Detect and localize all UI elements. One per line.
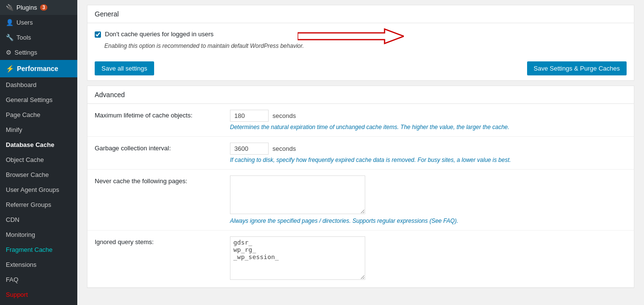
- sidebar-item-support[interactable]: Support: [0, 287, 77, 302]
- save-purge-button[interactable]: Save Settings & Purge Caches: [527, 61, 627, 75]
- checkbox-row-logged-in: Don't cache queries for logged in users: [95, 30, 627, 38]
- checkbox-logged-in-label: Don't cache queries for logged in users: [105, 30, 214, 38]
- never-cache-label: Never cache the following pages:: [95, 175, 230, 185]
- users-icon: 👤: [6, 19, 14, 26]
- sidebar-item-browser-cache[interactable]: Browser Cache: [0, 167, 77, 182]
- advanced-section: Advanced Maximum lifetime of cache objec…: [87, 86, 634, 288]
- performance-icon: ⚡: [6, 65, 14, 73]
- buttons-row: Save all settings Save Settings & Purge …: [87, 57, 634, 80]
- never-cache-input-group: Always ignore the specified pages / dire…: [230, 175, 627, 224]
- advanced-title: Advanced: [87, 86, 634, 104]
- tools-icon: 🔧: [6, 34, 14, 41]
- general-section: General Don't cache queries for logged i…: [87, 5, 634, 81]
- sidebar-item-fragment-cache[interactable]: Fragment Cache: [0, 242, 77, 257]
- sidebar-item-object-cache[interactable]: Object Cache: [0, 152, 77, 167]
- max-lifetime-desc: Determines the natural expiration time o…: [230, 124, 627, 131]
- settings-icon: ⚙: [6, 49, 12, 56]
- ignored-query-input-group: [230, 236, 627, 281]
- sidebar-item-database-cache[interactable]: Database Cache: [0, 137, 77, 152]
- plugins-badge: 3: [40, 4, 48, 11]
- sidebar: 🔌 Plugins 3 👤 Users 🔧 Tools ⚙ Settings ⚡…: [0, 0, 77, 305]
- garbage-collection-input[interactable]: [230, 143, 269, 155]
- sidebar-item-general-settings[interactable]: General Settings: [0, 92, 77, 107]
- garbage-collection-input-group: seconds If caching to disk, specify how …: [230, 143, 627, 163]
- ignored-query-label: Ignored query stems:: [95, 236, 230, 246]
- form-row-never-cache: Never cache the following pages: Always …: [87, 170, 634, 231]
- garbage-collection-desc: If caching to disk, specify how frequent…: [230, 157, 627, 163]
- general-body: Don't cache queries for logged in users …: [87, 23, 634, 57]
- save-all-button[interactable]: Save all settings: [95, 61, 154, 75]
- max-lifetime-unit: seconds: [272, 112, 296, 119]
- sidebar-item-install[interactable]: Install: [0, 302, 77, 305]
- ignored-query-textarea[interactable]: [230, 236, 365, 280]
- sidebar-item-tools[interactable]: 🔧 Tools: [0, 30, 77, 45]
- max-lifetime-input[interactable]: [230, 110, 269, 122]
- never-cache-desc: Always ignore the specified pages / dire…: [230, 218, 627, 224]
- sidebar-item-minify[interactable]: Minify: [0, 122, 77, 137]
- sidebar-item-user-agent-groups[interactable]: User Agent Groups: [0, 182, 77, 197]
- general-title: General: [87, 5, 634, 23]
- sidebar-item-monitoring[interactable]: Monitoring: [0, 227, 77, 242]
- sidebar-item-dashboard[interactable]: Dashboard: [0, 77, 77, 92]
- main-content: General Don't cache queries for logged i…: [77, 0, 644, 305]
- red-arrow-annotation: [298, 28, 404, 45]
- max-lifetime-label: Maximum lifetime of cache objects:: [95, 110, 230, 119]
- form-row-ignored-query: Ignored query stems:: [87, 231, 634, 288]
- sidebar-item-referrer-groups[interactable]: Referrer Groups: [0, 197, 77, 212]
- sidebar-item-cdn[interactable]: CDN: [0, 212, 77, 227]
- form-row-garbage-collection: Garbage collection interval: seconds If …: [87, 137, 634, 170]
- svg-marker-0: [298, 29, 404, 44]
- sidebar-item-users[interactable]: 👤 Users: [0, 15, 77, 30]
- garbage-collection-label: Garbage collection interval:: [95, 143, 230, 152]
- sidebar-item-page-cache[interactable]: Page Cache: [0, 107, 77, 122]
- checkbox-logged-in[interactable]: [95, 31, 101, 38]
- sidebar-item-plugins[interactable]: 🔌 Plugins 3: [0, 0, 77, 15]
- never-cache-textarea[interactable]: [230, 175, 365, 214]
- sidebar-item-settings[interactable]: ⚙ Settings: [0, 45, 77, 60]
- never-cache-faq-link[interactable]: FAQ: [444, 218, 455, 224]
- sidebar-section-performance[interactable]: ⚡ Performance: [0, 60, 77, 77]
- form-row-max-lifetime: Maximum lifetime of cache objects: secon…: [87, 104, 634, 137]
- plugins-icon: 🔌: [6, 4, 14, 11]
- sidebar-item-extensions[interactable]: Extensions: [0, 257, 77, 272]
- max-lifetime-input-group: seconds Determines the natural expiratio…: [230, 110, 627, 131]
- garbage-collection-unit: seconds: [272, 145, 296, 152]
- sidebar-item-faq[interactable]: FAQ: [0, 272, 77, 287]
